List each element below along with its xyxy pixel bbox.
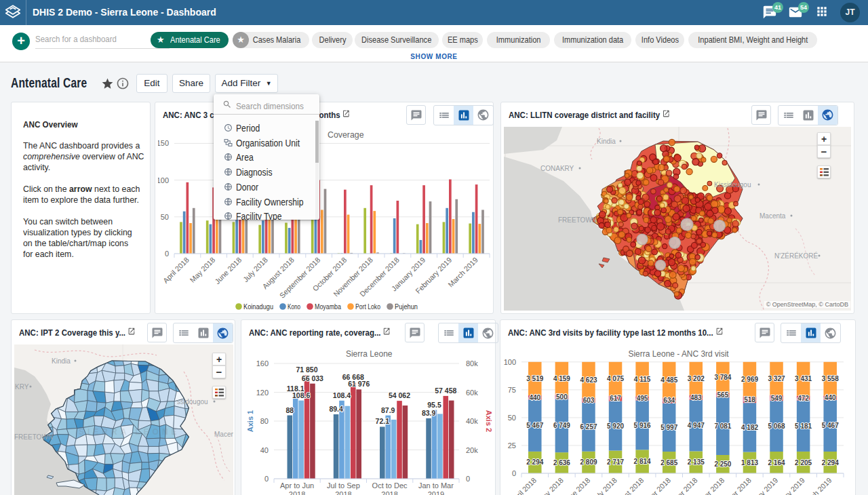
svg-text:2 135: 2 135 bbox=[688, 458, 705, 466]
svg-text:2 205: 2 205 bbox=[795, 459, 812, 467]
svg-text:Moyamba: Moyamba bbox=[315, 302, 341, 311]
svg-text:5 467: 5 467 bbox=[822, 422, 839, 429]
svg-text:4 623: 4 623 bbox=[580, 376, 597, 384]
svg-text:83.9: 83.9 bbox=[422, 409, 436, 417]
svg-text:June 2018: June 2018 bbox=[213, 255, 243, 285]
svg-text:April 2018: April 2018 bbox=[161, 255, 191, 284]
svg-text:Macent: Macent bbox=[214, 431, 233, 438]
svg-text:N'ZÉRÉKORÉ: N'ZÉRÉKORÉ bbox=[774, 252, 818, 260]
svg-text:4 947: 4 947 bbox=[688, 422, 705, 429]
svg-text:3 784: 3 784 bbox=[714, 374, 731, 381]
svg-text:4 182: 4 182 bbox=[741, 424, 758, 431]
svg-text:2 294: 2 294 bbox=[822, 459, 839, 467]
svg-text:May 2018: May 2018 bbox=[536, 476, 565, 495]
svg-text:495: 495 bbox=[637, 395, 648, 402]
svg-text:Macenta: Macenta bbox=[760, 212, 786, 220]
svg-text:0: 0 bbox=[512, 469, 516, 477]
svg-text:72.1: 72.1 bbox=[376, 417, 390, 425]
svg-text:75: 75 bbox=[508, 386, 516, 394]
svg-text:100: 100 bbox=[504, 358, 516, 366]
svg-text:Axis 1: Axis 1 bbox=[246, 410, 254, 432]
svg-text:5 467: 5 467 bbox=[526, 422, 543, 429]
svg-text:108.6: 108.6 bbox=[292, 391, 310, 399]
svg-text:2 969: 2 969 bbox=[741, 376, 758, 383]
svg-text:2 717: 2 717 bbox=[607, 458, 624, 466]
svg-text:518: 518 bbox=[744, 396, 755, 403]
svg-text:87.9: 87.9 bbox=[381, 406, 395, 414]
svg-text:ssidougou: ssidougou bbox=[177, 398, 208, 405]
svg-text:54 062: 54 062 bbox=[389, 391, 410, 399]
svg-text:3 519: 3 519 bbox=[526, 375, 543, 382]
svg-text:6 749: 6 749 bbox=[553, 422, 570, 429]
svg-text:April 2018: April 2018 bbox=[509, 476, 538, 495]
svg-text:2018: 2018 bbox=[289, 490, 305, 495]
svg-text:5 181: 5 181 bbox=[795, 422, 812, 430]
svg-text:Kindia: Kindia bbox=[52, 357, 71, 365]
svg-text:July 2018: July 2018 bbox=[241, 255, 269, 283]
svg-text:3 202: 3 202 bbox=[688, 375, 705, 382]
svg-text:2 814: 2 814 bbox=[634, 458, 651, 465]
svg-text:SIERRA LEONE: SIERRA LEONE bbox=[79, 427, 180, 437]
svg-text:100: 100 bbox=[158, 176, 169, 184]
svg-text:57 458: 57 458 bbox=[435, 387, 456, 395]
svg-text:0: 0 bbox=[165, 250, 169, 258]
svg-text:634: 634 bbox=[663, 397, 675, 404]
svg-text:4 115: 4 115 bbox=[634, 376, 651, 383]
svg-text:CONAKRY: CONAKRY bbox=[540, 165, 574, 172]
svg-text:5 916: 5 916 bbox=[634, 422, 651, 429]
svg-text:40: 40 bbox=[260, 446, 269, 454]
svg-text:2 685: 2 685 bbox=[660, 459, 677, 467]
svg-text:Kissidougou: Kissidougou bbox=[714, 181, 751, 189]
svg-text:July 2018: July 2018 bbox=[591, 476, 618, 495]
svg-text:2 809: 2 809 bbox=[580, 458, 597, 466]
svg-text:Koinadugu: Koinadugu bbox=[243, 302, 273, 311]
svg-text:2018: 2018 bbox=[381, 490, 397, 495]
svg-text:Pujehun: Pujehun bbox=[395, 302, 418, 311]
svg-text:Jul to Sep: Jul to Sep bbox=[327, 481, 360, 490]
svg-text:5 997: 5 997 bbox=[660, 424, 677, 431]
svg-text:2 164: 2 164 bbox=[768, 459, 785, 467]
svg-text:80k: 80k bbox=[466, 359, 478, 368]
svg-text:June 2018: June 2018 bbox=[561, 476, 591, 495]
svg-text:Kono: Kono bbox=[288, 302, 300, 311]
svg-text:Oct to Dec: Oct to Dec bbox=[372, 481, 408, 490]
svg-text:617: 617 bbox=[610, 395, 621, 402]
svg-text:KRY: KRY bbox=[15, 383, 29, 391]
svg-text:61 976: 61 976 bbox=[348, 380, 370, 388]
svg-text:472: 472 bbox=[797, 395, 809, 402]
svg-text:FREETOWN: FREETOWN bbox=[14, 433, 53, 441]
svg-text:1 813: 1 813 bbox=[741, 459, 758, 467]
svg-text:25: 25 bbox=[508, 441, 516, 450]
svg-text:4 075: 4 075 bbox=[607, 375, 624, 382]
svg-text:88: 88 bbox=[285, 406, 294, 414]
svg-text:66 033: 66 033 bbox=[302, 374, 323, 382]
svg-text:71 850: 71 850 bbox=[296, 365, 317, 374]
svg-text:Jan to Mar: Jan to Mar bbox=[418, 481, 454, 490]
svg-text:108.4: 108.4 bbox=[333, 391, 351, 399]
svg-text:89.4: 89.4 bbox=[329, 405, 343, 413]
svg-text:440: 440 bbox=[529, 394, 540, 401]
svg-text:7 081: 7 081 bbox=[714, 422, 731, 430]
svg-text:0: 0 bbox=[466, 475, 470, 483]
svg-text:5 920: 5 920 bbox=[607, 422, 624, 430]
svg-text:Port Loko: Port Loko bbox=[355, 302, 380, 311]
svg-text:40k: 40k bbox=[466, 417, 478, 425]
svg-text:6 257: 6 257 bbox=[580, 423, 597, 431]
svg-text:500: 500 bbox=[556, 393, 568, 401]
svg-text:549: 549 bbox=[771, 395, 783, 402]
svg-text:20k: 20k bbox=[466, 446, 478, 454]
svg-text:603: 603 bbox=[583, 397, 595, 404]
svg-text:5 068: 5 068 bbox=[768, 422, 785, 430]
svg-text:160: 160 bbox=[256, 359, 269, 368]
svg-text:95.5: 95.5 bbox=[427, 401, 441, 409]
svg-text:120: 120 bbox=[256, 389, 269, 397]
svg-text:80: 80 bbox=[260, 417, 269, 425]
svg-text:Kindia: Kindia bbox=[597, 138, 616, 145]
svg-text:0: 0 bbox=[264, 475, 269, 483]
svg-text:2018: 2018 bbox=[335, 490, 351, 495]
svg-text:565: 565 bbox=[717, 391, 729, 399]
svg-text:August 2018: August 2018 bbox=[610, 476, 645, 495]
svg-text:2 294: 2 294 bbox=[526, 458, 543, 466]
svg-text:3 558: 3 558 bbox=[822, 375, 839, 382]
svg-text:3 327: 3 327 bbox=[768, 375, 785, 382]
